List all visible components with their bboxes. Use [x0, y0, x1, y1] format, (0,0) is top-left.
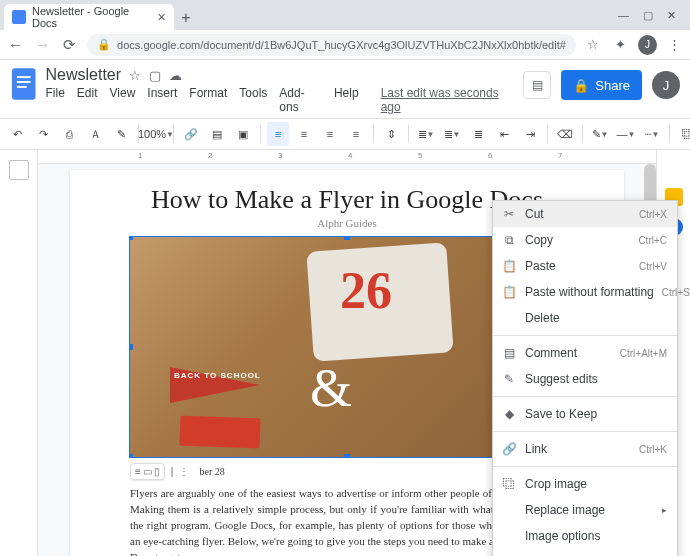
resize-handle[interactable]	[130, 344, 133, 350]
svg-rect-1	[17, 76, 31, 78]
docs-favicon	[12, 10, 26, 24]
bulleted-list-button[interactable]: ≣▼	[441, 122, 463, 146]
insert-image-button[interactable]: ▣	[232, 122, 254, 146]
document-title[interactable]: Newsletter	[45, 66, 121, 84]
ctx-cut[interactable]: ✂CutCtrl+X	[493, 201, 677, 227]
outline-toggle-icon[interactable]	[9, 160, 29, 180]
border-dash-button[interactable]: ┈▼	[641, 122, 663, 146]
ctx-copy[interactable]: ⧉CopyCtrl+C	[493, 227, 677, 253]
tab-title: Newsletter - Google Docs	[32, 5, 151, 29]
open-comments-button[interactable]: ▤	[523, 71, 551, 99]
svg-rect-0	[12, 68, 36, 99]
context-menu: ✂CutCtrl+X ⧉CopyCtrl+C 📋PasteCtrl+V 📋Pas…	[492, 200, 678, 556]
back-button[interactable]: ←	[6, 36, 25, 53]
last-edit-link[interactable]: Last edit was seconds ago	[381, 86, 516, 114]
image-prop: &	[310, 357, 352, 419]
resize-handle[interactable]	[130, 237, 133, 240]
align-left-button[interactable]: ≡	[267, 122, 289, 146]
address-bar[interactable]: 🔒 docs.google.com/document/d/1Bw6JQuT_hu…	[87, 34, 576, 56]
window-minimize-button[interactable]: —	[618, 9, 629, 22]
calendar-icon[interactable]	[665, 158, 683, 176]
chrome-menu-icon[interactable]: ⋮	[665, 37, 684, 52]
horizontal-ruler[interactable]: 1234567	[38, 150, 656, 164]
menu-tools[interactable]: Tools	[239, 86, 267, 114]
separator	[408, 125, 409, 143]
menu-view[interactable]: View	[110, 86, 136, 114]
separator	[493, 396, 677, 397]
numbered-list-button[interactable]: ≣▼	[415, 122, 437, 146]
menu-edit[interactable]: Edit	[77, 86, 98, 114]
ctx-delete[interactable]: Delete	[493, 305, 677, 331]
image-toolbar-more[interactable]: ⋮	[179, 466, 189, 477]
border-color-button[interactable]: ✎▼	[589, 122, 611, 146]
line-spacing-button[interactable]: ⇕	[380, 122, 402, 146]
image-prop	[180, 416, 261, 449]
align-justify-button[interactable]: ≡	[345, 122, 367, 146]
resize-handle[interactable]	[344, 454, 350, 457]
ctx-comment[interactable]: ▤CommentCtrl+Alt+M	[493, 340, 677, 366]
print-button[interactable]: ⎙	[58, 122, 80, 146]
undo-button[interactable]: ↶	[6, 122, 28, 146]
menu-file[interactable]: File	[45, 86, 64, 114]
resize-handle[interactable]	[130, 454, 133, 457]
reload-button[interactable]: ⟳	[60, 36, 79, 54]
drive-status-icon[interactable]: ☁	[169, 68, 182, 83]
insert-link-button[interactable]: 🔗	[180, 122, 202, 146]
scissors-icon: ✂	[501, 207, 517, 221]
forward-button[interactable]: →	[33, 36, 52, 53]
window-close-button[interactable]: ✕	[667, 9, 676, 22]
link-icon: 🔗	[501, 442, 517, 456]
bookmark-star-icon[interactable]: ☆	[584, 37, 603, 52]
menu-format[interactable]: Format	[189, 86, 227, 114]
ctx-crop[interactable]: ⿻Crop image	[493, 471, 677, 497]
checklist-button[interactable]: ≣	[467, 122, 489, 146]
clear-formatting-button[interactable]: ⌫	[554, 122, 576, 146]
move-icon[interactable]: ▢	[149, 68, 161, 83]
keep-icon: ◆	[501, 407, 517, 421]
crop-image-button[interactable]: ⿻	[676, 122, 690, 146]
paint-format-button[interactable]: ✎	[110, 122, 132, 146]
svg-rect-2	[17, 81, 31, 83]
menu-bar: File Edit View Insert Format Tools Add-o…	[45, 86, 515, 114]
star-icon[interactable]: ☆	[129, 68, 141, 83]
clipboard-icon: 📋	[501, 259, 517, 273]
wrap-text-button[interactable]: ▭	[143, 466, 152, 477]
ctx-suggest[interactable]: ✎Suggest edits	[493, 366, 677, 392]
window-maximize-button[interactable]: ▢	[643, 9, 653, 22]
resize-handle[interactable]	[344, 237, 350, 240]
decrease-indent-button[interactable]: ⇤	[493, 122, 515, 146]
chrome-profile-avatar[interactable]: J	[638, 35, 657, 55]
docs-logo-icon[interactable]	[10, 66, 37, 102]
lock-icon: 🔒	[97, 38, 111, 51]
menu-insert[interactable]: Insert	[147, 86, 177, 114]
border-weight-button[interactable]: —▼	[615, 122, 637, 146]
spellcheck-button[interactable]: Ａ	[84, 122, 106, 146]
menu-help[interactable]: Help	[334, 86, 359, 114]
ctx-link[interactable]: 🔗LinkCtrl+K	[493, 436, 677, 462]
svg-rect-3	[17, 86, 27, 88]
ctx-replace-image[interactable]: Replace image▸	[493, 497, 677, 523]
account-avatar[interactable]: J	[652, 71, 680, 99]
ctx-image-options[interactable]: Image options	[493, 523, 677, 549]
redo-button[interactable]: ↷	[32, 122, 54, 146]
browser-tab[interactable]: Newsletter - Google Docs ✕	[4, 4, 174, 30]
ctx-alt-text[interactable]: Alt textCtrl+Alt+Y	[493, 549, 677, 556]
new-tab-button[interactable]: +	[174, 6, 198, 30]
image-prop: 26	[340, 261, 392, 320]
align-center-button[interactable]: ≡	[293, 122, 315, 146]
inline-wrap-button[interactable]: ≡	[135, 466, 141, 477]
menu-addons[interactable]: Add-ons	[279, 86, 322, 114]
zoom-select[interactable]: 100% ▼	[145, 122, 167, 146]
break-text-button[interactable]: ▯	[154, 466, 160, 477]
tab-close-icon[interactable]: ✕	[157, 11, 166, 24]
text-fragment: ber 28	[199, 466, 224, 477]
ctx-save-keep[interactable]: ◆Save to Keep	[493, 401, 677, 427]
extensions-icon[interactable]: ✦	[611, 37, 630, 52]
ctx-paste-plain[interactable]: 📋Paste without formattingCtrl+Shift+V	[493, 279, 677, 305]
url-text: docs.google.com/document/d/1Bw6JQuT_hucy…	[117, 39, 566, 51]
add-comment-button[interactable]: ▤	[206, 122, 228, 146]
increase-indent-button[interactable]: ⇥	[519, 122, 541, 146]
share-button[interactable]: 🔒 Share	[561, 70, 642, 100]
ctx-paste[interactable]: 📋PasteCtrl+V	[493, 253, 677, 279]
align-right-button[interactable]: ≡	[319, 122, 341, 146]
